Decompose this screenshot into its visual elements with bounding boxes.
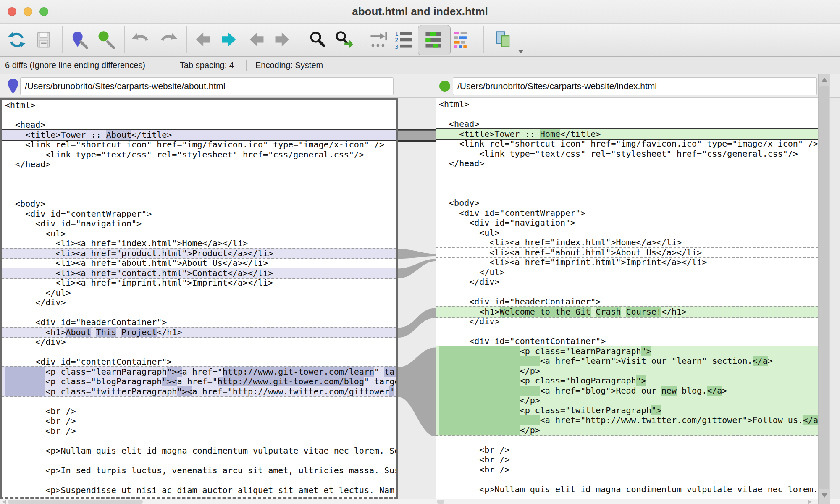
scroll-left-arrow-icon[interactable] [2,500,6,504]
code-line[interactable]: <a href="blog">Read our new blog.</a> [436,386,818,396]
code-line[interactable]: <li><a href="index.html">Home</a></li> [2,239,396,249]
code-line[interactable] [2,110,396,121]
code-line[interactable]: <html> [2,100,396,110]
code-line[interactable] [2,179,396,189]
code-line[interactable] [436,110,818,120]
code-line[interactable]: <link rel="shortcut icon" href="img/favi… [2,140,396,150]
code-line[interactable]: <p class="learnParagraph"><a href="http:… [2,366,396,377]
code-line[interactable]: <li><a href="about.html">About Us</a></l… [436,248,818,258]
code-line[interactable]: <h1>Welcome to the Git Crash Course!</h1… [436,306,818,318]
right-code-pane[interactable]: <html> <head> <title>Tower :: Home</titl… [436,98,818,499]
find-button[interactable] [306,28,329,52]
code-line[interactable]: </div> [436,317,818,327]
code-line[interactable]: <div id="navigation"> [436,218,818,228]
code-line[interactable]: <a href="http://www.twitter.com/gittower… [436,415,818,425]
scroll-down-arrow-icon[interactable] [822,494,827,498]
edit-right-file-button[interactable] [94,28,118,52]
code-line[interactable]: <div id="contentContainer"> [2,357,396,367]
redo-button[interactable] [156,28,180,52]
vscroll-thumb[interactable] [819,86,830,489]
code-line[interactable]: </ul> [436,268,818,278]
code-line[interactable]: <body> [2,199,396,209]
code-line[interactable]: </p> [436,396,818,406]
code-line[interactable]: <p>Nullam quis elit id magna condimentum… [436,485,818,495]
left-code-pane[interactable]: <html> <head> <title>Tower :: About</tit… [0,98,398,499]
right-hscroll-thumb[interactable] [437,500,444,504]
line-numbers-button[interactable]: 1 2 3 [392,28,416,52]
code-line[interactable]: <p class="learnParagraph"> [436,346,818,357]
code-line[interactable]: <li><a href="product.html">Product</a></… [2,248,396,260]
code-line[interactable]: <li><a href="index.html">Home</a></li> [436,238,818,248]
find-next-button[interactable] [332,28,355,52]
refresh-button[interactable] [5,28,29,52]
code-line[interactable] [436,475,818,485]
code-line[interactable]: <div id="headerContainer"> [436,297,818,307]
code-line[interactable] [2,308,396,318]
code-line[interactable]: </ul> [2,288,396,298]
code-line[interactable]: <br /> [2,416,396,426]
diff-overview-button[interactable] [422,28,445,52]
code-line[interactable]: <br /> [436,465,818,475]
code-line[interactable]: <p class="twitterParagraph"><a href="htt… [2,387,396,398]
code-line[interactable]: <p>Suspendisse ut nisi ac diam auctor al… [2,486,396,496]
code-line[interactable]: </head> [436,159,818,169]
code-line[interactable]: <p class="twitterParagraph"> [436,406,818,416]
code-line[interactable]: <link type="text/css" rel="stylesheet" h… [436,149,818,159]
syntax-coloring-button[interactable] [450,28,474,52]
code-line[interactable]: </p> [436,425,818,436]
window-layout-button[interactable] [491,28,515,52]
layout-dropdown-caret[interactable] [518,50,524,53]
code-line[interactable] [2,456,396,466]
code-line[interactable]: <p class="blogParagraph"><a href="http:/… [2,377,396,387]
right-file-path-field[interactable]: /Users/brunobrito/Sites/carparts-website… [453,77,817,95]
code-line[interactable]: <p class="blogParagraph"> [436,376,818,386]
code-line[interactable]: </div> [2,337,396,347]
code-line[interactable]: <br /> [2,407,396,417]
insertion-marker[interactable] [436,257,818,258]
code-line[interactable]: <title>Tower :: Home</title> [436,128,818,141]
code-line[interactable]: <br /> [2,426,396,436]
code-line[interactable]: <li><a href="imprint.html">Imprint</a></… [436,257,818,268]
previous-unresolved-button[interactable] [244,28,268,52]
code-line[interactable]: </p> [436,366,818,376]
scroll-up-arrow-icon[interactable] [822,78,827,82]
code-line[interactable]: <ul> [2,229,396,239]
code-line[interactable]: <div id="contentWrapper"> [436,208,818,218]
code-line[interactable] [436,287,818,297]
scroll-right-arrow-icon[interactable] [808,500,812,504]
code-line[interactable]: <li><a href="contact.html">Contact</a></… [2,268,396,279]
code-line[interactable]: <p>Nullam quis elit id magna condimentum… [2,446,396,456]
code-line[interactable] [2,170,396,180]
code-line[interactable]: <a href="learn">Visit our "learn" sectio… [436,356,818,366]
code-line[interactable] [436,169,818,179]
code-line[interactable]: <div id="navigation"> [2,219,396,229]
code-line[interactable] [2,189,396,200]
code-line[interactable]: <div id="contentContainer"> [436,336,818,346]
code-line[interactable]: </div> [2,298,396,308]
code-line[interactable]: <div id="headerContainer"> [2,318,396,328]
code-line[interactable] [436,178,818,189]
go-to-difference-button[interactable] [367,28,390,52]
insertion-marker[interactable] [436,247,818,248]
code-line[interactable]: <html> [436,100,818,110]
code-line[interactable]: <link type="text/css" rel="stylesheet" h… [2,150,396,160]
code-line[interactable]: </head> [2,160,396,170]
code-line[interactable]: <h1>About This Project</h1> [2,327,396,339]
code-line[interactable] [436,435,818,445]
code-line[interactable]: <ul> [436,228,818,238]
next-unresolved-button[interactable] [271,28,294,52]
code-line[interactable] [2,436,396,446]
code-line[interactable]: <title>Tower :: About</title> [2,129,396,142]
code-line[interactable]: </div> [436,277,818,287]
code-line[interactable]: <div id="contentWrapper"> [2,209,396,219]
code-line[interactable] [2,396,396,407]
code-line[interactable]: <body> [436,198,818,208]
code-line[interactable]: <li><a href="imprint.html">Imprint</a></… [2,278,396,288]
edit-left-file-button[interactable] [67,28,91,52]
code-line[interactable]: <li><a href="about.html">About Us</a></l… [2,258,396,268]
undo-button[interactable] [129,28,153,52]
next-difference-button[interactable] [218,28,241,52]
vertical-scrollbar[interactable] [818,74,830,504]
code-line[interactable] [436,327,818,337]
code-line[interactable] [436,189,818,199]
